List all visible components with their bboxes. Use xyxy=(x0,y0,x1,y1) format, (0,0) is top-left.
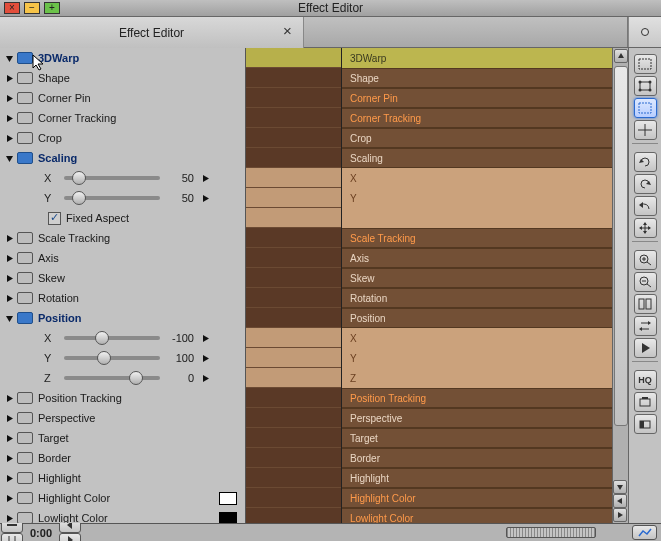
jog-fader[interactable] xyxy=(506,527,596,538)
track-scaletracking[interactable]: Scale Tracking xyxy=(342,228,612,248)
scroll-thumb[interactable] xyxy=(614,66,628,426)
select-icon[interactable] xyxy=(634,98,657,118)
track-border[interactable]: Border xyxy=(342,448,612,468)
key-strip-lowlightcolor[interactable] xyxy=(246,508,341,523)
key-strip-pos_x[interactable] xyxy=(246,328,341,348)
bounds-icon[interactable] xyxy=(634,54,657,74)
scroll-up-button[interactable] xyxy=(614,49,628,63)
param-fixed_aspect[interactable]: Fixed Aspect xyxy=(0,208,245,228)
param-pos_z[interactable]: Z0 xyxy=(0,368,245,388)
move-icon[interactable] xyxy=(634,218,657,238)
track-position[interactable]: Position xyxy=(342,308,612,328)
scroll-down-button[interactable] xyxy=(613,480,627,494)
enable-chip-icon[interactable] xyxy=(17,232,33,244)
keyframe-menu-icon[interactable] xyxy=(200,173,210,183)
enable-chip-icon[interactable] xyxy=(17,52,33,64)
enable-chip-icon[interactable] xyxy=(17,272,33,284)
track-rotation[interactable]: Rotation xyxy=(342,288,612,308)
rotate-ccw-icon[interactable] xyxy=(634,174,657,194)
key-strip-pos_z[interactable] xyxy=(246,368,341,388)
param-pos_y[interactable]: Y100 xyxy=(0,348,245,368)
swap-icon[interactable] xyxy=(634,316,657,336)
param-rotation[interactable]: Rotation xyxy=(0,288,245,308)
disclosure-icon[interactable] xyxy=(4,233,14,243)
key-strip-rotation[interactable] xyxy=(246,288,341,308)
track-crop[interactable]: Crop xyxy=(342,128,612,148)
track-highlight[interactable]: Highlight xyxy=(342,468,612,488)
track-pos_z[interactable]: Z xyxy=(342,368,612,388)
param-perspective[interactable]: Perspective xyxy=(0,408,245,428)
track-pos_y[interactable]: Y xyxy=(342,348,612,368)
key-strip-positiontracking[interactable] xyxy=(246,388,341,408)
slider-track[interactable] xyxy=(64,376,160,380)
tab-close-icon[interactable]: × xyxy=(280,24,295,39)
enable-chip-icon[interactable] xyxy=(17,392,33,404)
hq-icon[interactable]: HQ xyxy=(634,370,657,390)
enable-chip-icon[interactable] xyxy=(17,312,33,324)
track-scaling[interactable]: Scaling xyxy=(342,148,612,168)
track-shape[interactable]: Shape xyxy=(342,68,612,88)
enable-chip-icon[interactable] xyxy=(17,292,33,304)
key-strip-highlightcolor[interactable] xyxy=(246,488,341,508)
enable-chip-icon[interactable] xyxy=(17,72,33,84)
key-strip-fixed_aspect[interactable] xyxy=(246,208,341,228)
track-lowlightcolor[interactable]: Lowlight Color xyxy=(342,508,612,523)
window-minimize-button[interactable]: − xyxy=(24,2,40,14)
keyframe-menu-icon[interactable] xyxy=(200,353,210,363)
enable-chip-icon[interactable] xyxy=(17,92,33,104)
disclosure-icon[interactable] xyxy=(4,113,14,123)
key-strip-highlight[interactable] xyxy=(246,468,341,488)
io-icon[interactable] xyxy=(1,533,23,542)
disclosure-icon[interactable] xyxy=(4,433,14,443)
disclosure-icon[interactable] xyxy=(4,53,14,63)
slider-track[interactable] xyxy=(64,336,160,340)
param-border[interactable]: Border xyxy=(0,448,245,468)
param-scale_x[interactable]: X50 xyxy=(0,168,245,188)
keyframe-strip[interactable] xyxy=(246,48,342,523)
window-close-button[interactable]: × xyxy=(4,2,20,14)
enable-chip-icon[interactable] xyxy=(17,452,33,464)
panel-menu-button[interactable] xyxy=(628,17,661,47)
param-pos_x[interactable]: X-100 xyxy=(0,328,245,348)
window-maximize-button[interactable]: + xyxy=(44,2,60,14)
param-shape[interactable]: Shape xyxy=(0,68,245,88)
disclosure-icon[interactable] xyxy=(4,413,14,423)
slider-track[interactable] xyxy=(64,196,160,200)
track-axis[interactable]: Axis xyxy=(342,248,612,268)
vertical-scrollbar[interactable] xyxy=(612,48,628,523)
color-swatch[interactable] xyxy=(219,512,237,524)
render-icon[interactable] xyxy=(634,392,657,412)
keyframe-menu-icon[interactable] xyxy=(200,333,210,343)
zoom-in-icon[interactable] xyxy=(634,250,657,270)
key-strip-skew[interactable] xyxy=(246,268,341,288)
param-cornertracking[interactable]: Corner Tracking xyxy=(0,108,245,128)
enable-chip-icon[interactable] xyxy=(17,492,33,504)
slider-thumb[interactable] xyxy=(72,191,86,205)
key-strip-perspective[interactable] xyxy=(246,408,341,428)
disclosure-icon[interactable] xyxy=(4,73,14,83)
disclosure-icon[interactable] xyxy=(4,93,14,103)
key-strip-cornerpin[interactable] xyxy=(246,88,341,108)
disclosure-icon[interactable] xyxy=(4,273,14,283)
param-scale_y[interactable]: Y50 xyxy=(0,188,245,208)
keyframe-menu-icon[interactable] xyxy=(200,193,210,203)
disclosure-icon[interactable] xyxy=(4,473,14,483)
key-strip-target[interactable] xyxy=(246,428,341,448)
disclosure-icon[interactable] xyxy=(4,513,14,523)
tab-effect-editor[interactable]: Effect Editor × xyxy=(0,17,304,48)
disclosure-icon[interactable] xyxy=(4,393,14,403)
enable-chip-icon[interactable] xyxy=(17,512,33,523)
enable-chip-icon[interactable] xyxy=(17,252,33,264)
track-cornerpin[interactable]: Corner Pin xyxy=(342,88,612,108)
slider-track[interactable] xyxy=(64,176,160,180)
slider-thumb[interactable] xyxy=(129,371,143,385)
track-3dwarp[interactable]: 3DWarp xyxy=(342,48,612,68)
track-skew[interactable]: Skew xyxy=(342,268,612,288)
track-pos_x[interactable]: X xyxy=(342,328,612,348)
disclosure-icon[interactable] xyxy=(4,293,14,303)
key-strip-position[interactable] xyxy=(246,308,341,328)
param-axis[interactable]: Axis xyxy=(0,248,245,268)
key-strip-cornertracking[interactable] xyxy=(246,108,341,128)
key-strip-crop[interactable] xyxy=(246,128,341,148)
key-strip-axis[interactable] xyxy=(246,248,341,268)
